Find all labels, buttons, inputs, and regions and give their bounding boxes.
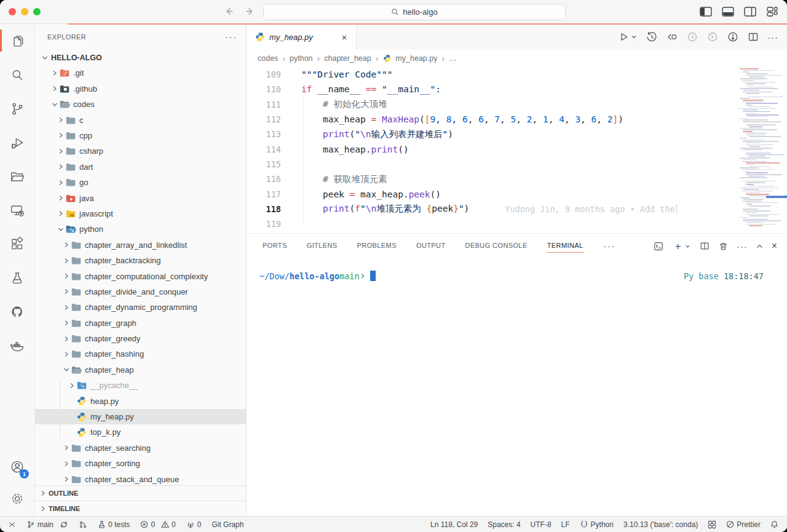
status-git-graph[interactable]: Git Graph bbox=[212, 520, 243, 529]
code-line-113[interactable]: 113 print("\n输入列表并建堆后") bbox=[247, 127, 787, 141]
tree-item-c[interactable]: c bbox=[35, 112, 246, 127]
settings-gear-button[interactable] bbox=[0, 483, 34, 515]
activity-item-run-debug[interactable] bbox=[0, 125, 34, 159]
panel-tabs-overflow-button[interactable]: ··· bbox=[604, 241, 616, 251]
code-line-112[interactable]: 112 max_heap = MaxHeap([9, 8, 6, 6, 7, 5… bbox=[247, 112, 787, 127]
panel-tab-terminal[interactable]: TERMINAL bbox=[547, 239, 584, 253]
code-line-110[interactable]: 110if __name__ == "__main__": bbox=[247, 82, 787, 97]
tree-item-chapter_searching[interactable]: chapter_searching bbox=[35, 440, 246, 456]
code-line-114[interactable]: 114 max_heap.print() bbox=[247, 141, 787, 156]
tree-item-chapter_backtracking[interactable]: chapter_backtracking bbox=[35, 253, 246, 268]
tree-item-chapter_greedy[interactable]: chapter_greedy bbox=[35, 331, 246, 346]
panel-tab-problems[interactable]: PROBLEMS bbox=[357, 239, 397, 253]
status-remote[interactable] bbox=[7, 520, 16, 529]
toggle-panel-button[interactable] bbox=[721, 4, 735, 19]
activity-item-search[interactable] bbox=[0, 58, 34, 92]
status-python-interpreter[interactable]: 3.10.13 ('base': conda) bbox=[623, 520, 698, 529]
commit-graph-button[interactable] bbox=[727, 31, 739, 43]
editor-tab-my-heap[interactable]: my_heap.py × bbox=[247, 24, 357, 50]
tree-item-chapter_computational_complexity[interactable]: chapter_computational_complexity bbox=[35, 268, 246, 284]
code-line-119[interactable]: 119 bbox=[247, 216, 787, 231]
status-problems[interactable]: 00 bbox=[140, 520, 175, 529]
tree-item-chapter_sorting[interactable]: chapter_sorting bbox=[35, 456, 246, 471]
status-ports[interactable] bbox=[708, 520, 716, 529]
zoom-window-button[interactable] bbox=[33, 8, 41, 15]
tree-item-java[interactable]: java bbox=[35, 190, 246, 205]
breadcrumb-item-my_heap.py[interactable]: my_heap.py bbox=[382, 54, 437, 63]
tree-item-.git[interactable]: .git bbox=[35, 65, 246, 81]
tree-item-heap.py[interactable]: heap.py bbox=[35, 393, 246, 408]
tree-item-.github[interactable]: .github bbox=[35, 81, 246, 97]
status-indentation[interactable]: Spaces: 4 bbox=[488, 520, 520, 529]
terminal[interactable]: ~/Dow/hello-algo main ›Py base 18:18:47 bbox=[247, 258, 787, 516]
open-changes-button[interactable] bbox=[666, 31, 678, 43]
close-window-button[interactable] bbox=[9, 8, 16, 15]
tree-item-csharp[interactable]: csharp bbox=[35, 143, 246, 159]
code-line-111[interactable]: 111 # 初始化大顶堆 bbox=[247, 97, 787, 112]
activity-item-github[interactable] bbox=[0, 295, 34, 328]
activity-item-testing[interactable] bbox=[0, 261, 34, 295]
panel-tab-gitlens[interactable]: GITLENS bbox=[306, 239, 338, 253]
tree-item-chapter_graph[interactable]: chapter_graph bbox=[35, 315, 246, 330]
run-button[interactable] bbox=[617, 31, 630, 43]
tree-item-dart[interactable]: dart bbox=[35, 159, 246, 175]
maximize-panel-button[interactable] bbox=[756, 242, 764, 250]
tree-item-go[interactable]: go bbox=[35, 175, 246, 190]
breadcrumb-item-codes[interactable]: codes bbox=[258, 54, 278, 63]
status-prettier[interactable]: Prettier bbox=[726, 520, 761, 529]
activity-item-explorer[interactable] bbox=[0, 24, 34, 58]
command-center-search[interactable]: hello-algo bbox=[263, 4, 566, 20]
timeline-section-header[interactable]: TIMELINE bbox=[35, 501, 246, 516]
activity-item-docker[interactable] bbox=[0, 328, 34, 362]
breadcrumb-item-[interactable]: … bbox=[449, 54, 457, 63]
kill-terminal-button[interactable] bbox=[718, 241, 729, 252]
previous-change-button[interactable] bbox=[686, 31, 698, 43]
tree-item-top_k.py[interactable]: top_k.py bbox=[35, 424, 246, 440]
back-button[interactable] bbox=[223, 5, 235, 17]
status-commit-graph[interactable] bbox=[79, 520, 87, 529]
toggle-primary-sidebar-button[interactable] bbox=[698, 4, 713, 19]
status-eol[interactable]: LF bbox=[561, 520, 570, 529]
code-line-109[interactable]: 109"""Driver Code""" bbox=[247, 67, 787, 82]
new-terminal-button[interactable]: + bbox=[675, 241, 691, 252]
activity-item-remote-explorer[interactable] bbox=[0, 193, 34, 227]
tree-item-python[interactable]: python bbox=[35, 221, 246, 237]
tree-item-chapter_dynamic_programming[interactable]: chapter_dynamic_programming bbox=[35, 300, 246, 315]
code-line-117[interactable]: 117 peek = max_heap.peek() bbox=[247, 186, 787, 201]
code-line-115[interactable]: 115 bbox=[247, 157, 787, 172]
tree-item-cpp[interactable]: cpp bbox=[35, 128, 246, 143]
status-tests[interactable]: 0 tests bbox=[98, 520, 130, 529]
activity-item-folders[interactable] bbox=[0, 159, 34, 193]
next-change-button[interactable] bbox=[706, 31, 719, 43]
more-editor-actions-button[interactable]: ··· bbox=[767, 32, 778, 42]
tree-item-__pycache__[interactable]: __pycache__ bbox=[35, 378, 246, 393]
split-terminal-button[interactable] bbox=[699, 240, 710, 252]
file-history-button[interactable] bbox=[646, 31, 658, 43]
tree-item-my_heap.py[interactable]: my_heap.py bbox=[35, 409, 246, 424]
split-editor-button[interactable] bbox=[747, 31, 759, 43]
code-line-118[interactable]: 118 print(f"\n堆顶元素为 {peek}")Yudong Jin, … bbox=[247, 202, 787, 216]
status-notifications[interactable] bbox=[770, 520, 778, 529]
run-dropdown-button[interactable] bbox=[630, 33, 638, 41]
status-language-mode[interactable]: Python bbox=[580, 520, 614, 529]
code-line-116[interactable]: 116 # 获取堆顶元素 bbox=[247, 172, 787, 186]
minimap[interactable] bbox=[735, 67, 787, 233]
forward-button[interactable] bbox=[243, 5, 256, 17]
terminal-shell-item[interactable] bbox=[653, 241, 667, 252]
tree-item-chapter_hashing[interactable]: chapter_hashing bbox=[35, 346, 246, 362]
breadcrumb-item-chapter_heap[interactable]: chapter_heap bbox=[324, 54, 371, 63]
panel-tab-debug-console[interactable]: DEBUG CONSOLE bbox=[465, 239, 528, 253]
toggle-secondary-sidebar-button[interactable] bbox=[743, 4, 757, 19]
explorer-more-actions-button[interactable]: ··· bbox=[225, 32, 237, 42]
minimize-window-button[interactable] bbox=[21, 8, 28, 15]
activity-item-source-control[interactable] bbox=[0, 92, 34, 125]
status-feedback[interactable]: 0 bbox=[186, 520, 202, 529]
activity-item-extensions[interactable] bbox=[0, 227, 34, 261]
breadcrumb-item-python[interactable]: python bbox=[290, 54, 313, 63]
tree-item-chapter_stack_and_queue[interactable]: chapter_stack_and_queue bbox=[35, 471, 246, 485]
status-cursor-position[interactable]: Ln 118, Col 29 bbox=[430, 520, 478, 529]
close-panel-button[interactable]: × bbox=[772, 240, 777, 252]
accounts-button[interactable]: 1 bbox=[0, 451, 34, 483]
outline-section-header[interactable]: OUTLINE bbox=[35, 485, 246, 501]
panel-more-actions-button[interactable]: ··· bbox=[737, 241, 748, 252]
